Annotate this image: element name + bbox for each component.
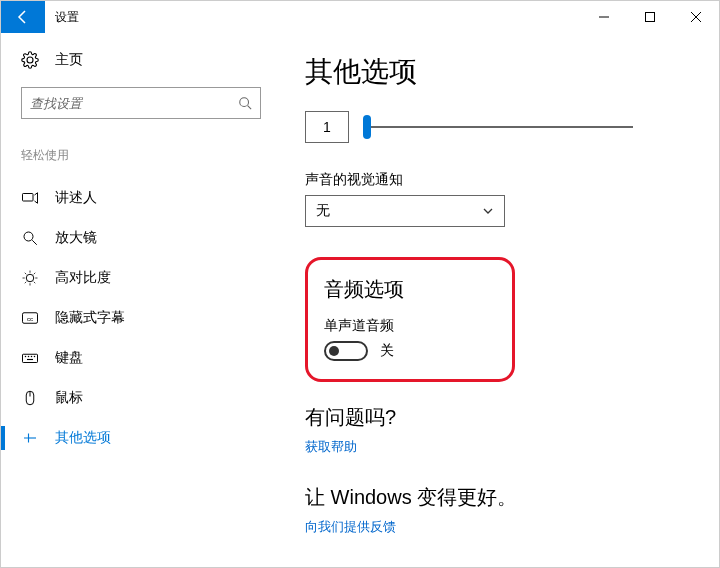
- magnifier-icon: [21, 229, 39, 247]
- keyboard-icon: [21, 349, 39, 367]
- svg-rect-6: [23, 194, 34, 202]
- sidebar-item-mouse[interactable]: 鼠标: [21, 378, 261, 418]
- maximize-button[interactable]: [627, 1, 673, 33]
- mouse-icon: [21, 389, 39, 407]
- sidebar-section-label: 轻松使用: [21, 147, 261, 164]
- audio-options-heading: 音频选项: [324, 276, 492, 303]
- slider-track: [363, 126, 633, 128]
- sidebar-item-label: 鼠标: [55, 389, 83, 407]
- sidebar-item-label: 讲述人: [55, 189, 97, 207]
- mono-audio-toggle[interactable]: [324, 341, 368, 361]
- feedback-link[interactable]: 向我们提供反馈: [305, 519, 396, 534]
- back-button[interactable]: [1, 1, 45, 33]
- svg-rect-1: [646, 13, 655, 22]
- svg-line-8: [32, 240, 37, 245]
- slider-thumb[interactable]: [363, 115, 371, 139]
- contrast-icon: [21, 269, 39, 287]
- search-input[interactable]: [30, 96, 238, 111]
- sidebar-item-label: 隐藏式字幕: [55, 309, 125, 327]
- visual-notification-label: 声音的视觉通知: [305, 171, 679, 189]
- mono-audio-label: 单声道音频: [324, 317, 492, 335]
- svg-line-16: [25, 282, 27, 284]
- sidebar-item-label: 其他选项: [55, 429, 111, 447]
- chevron-down-icon: [482, 205, 494, 217]
- home-label: 主页: [55, 51, 83, 69]
- window-title: 设置: [45, 1, 89, 33]
- sidebar-item-label: 键盘: [55, 349, 83, 367]
- home-link[interactable]: 主页: [21, 51, 261, 69]
- svg-rect-20: [23, 354, 38, 362]
- select-value: 无: [316, 202, 330, 220]
- svg-line-5: [248, 106, 252, 110]
- svg-text:cc: cc: [27, 316, 33, 322]
- search-input-container[interactable]: [21, 87, 261, 119]
- search-icon: [238, 96, 252, 110]
- cc-icon: cc: [21, 309, 39, 327]
- other-icon: [21, 429, 39, 447]
- svg-line-17: [34, 273, 36, 275]
- visual-notification-select[interactable]: 无: [305, 195, 505, 227]
- mono-audio-state: 关: [380, 342, 394, 360]
- page-title: 其他选项: [305, 53, 679, 91]
- svg-point-4: [240, 98, 249, 107]
- sidebar-item-narrator[interactable]: 讲述人: [21, 178, 261, 218]
- minimize-button[interactable]: [581, 1, 627, 33]
- get-help-link[interactable]: 获取帮助: [305, 439, 357, 454]
- svg-point-9: [26, 274, 34, 282]
- duration-slider[interactable]: [363, 115, 633, 139]
- sidebar-item-label: 放大镜: [55, 229, 97, 247]
- highlighted-section: 音频选项 单声道音频 关: [305, 257, 515, 382]
- svg-point-7: [24, 232, 33, 241]
- svg-line-14: [25, 273, 27, 275]
- narrator-icon: [21, 189, 39, 207]
- sidebar-item-other-options[interactable]: 其他选项: [21, 418, 261, 458]
- sidebar-item-magnifier[interactable]: 放大镜: [21, 218, 261, 258]
- slider-value-box[interactable]: 1: [305, 111, 349, 143]
- toggle-knob: [329, 346, 339, 356]
- svg-line-15: [34, 282, 36, 284]
- help-heading: 有问题吗?: [305, 404, 679, 431]
- sidebar-item-closed-captions[interactable]: cc 隐藏式字幕: [21, 298, 261, 338]
- sidebar-item-high-contrast[interactable]: 高对比度: [21, 258, 261, 298]
- close-button[interactable]: [673, 1, 719, 33]
- sidebar-item-label: 高对比度: [55, 269, 111, 287]
- gear-icon: [21, 51, 39, 69]
- improve-heading: 让 Windows 变得更好。: [305, 484, 679, 511]
- sidebar-item-keyboard[interactable]: 键盘: [21, 338, 261, 378]
